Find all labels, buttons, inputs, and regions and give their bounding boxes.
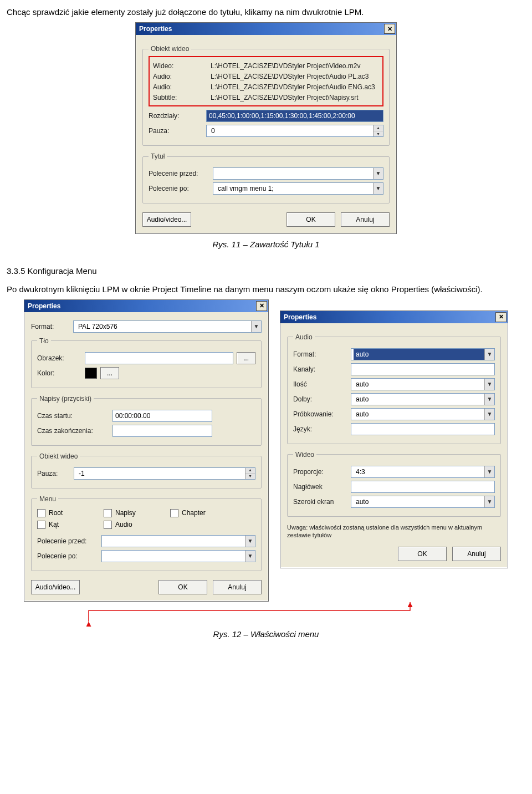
input-polecenie-po[interactable]: ▼ [101, 550, 255, 562]
group-tytul: Tytuł Polecenie przed: ▼ Polecenie po: c… [142, 152, 390, 203]
section-heading-335: 3.3.5 Konfiguracja Menu [7, 266, 525, 277]
input-format[interactable]: PAL 720x576 ▼ [73, 320, 262, 333]
input-audio-ilosc-value: auto [354, 379, 484, 390]
chevron-down-icon[interactable]: ▼ [484, 379, 494, 390]
chevron-down-icon[interactable]: ▼ [484, 394, 494, 405]
label-audio-probkowanie: Próbkowanie: [293, 410, 347, 418]
input-polecenie-po[interactable]: call vmgm menu 1; ▼ [213, 182, 383, 195]
audio-video-button[interactable]: Audio/video... [142, 212, 191, 227]
group-tlo: Tło Obrazek: ... Kolor: ... [31, 337, 262, 388]
cancel-button[interactable]: Anuluj [452, 547, 501, 561]
spinner-icon[interactable]: ▲▼ [245, 468, 255, 479]
color-swatch[interactable] [85, 368, 97, 379]
input-naglowek[interactable] [351, 481, 495, 493]
close-icon[interactable]: ✕ [495, 312, 507, 322]
checkbox-kat[interactable]: Kąt [37, 521, 104, 529]
group-obiekt-wideo: Obiekt wideo Wideo: L:\HOTEL_ZACISZE\DVD… [142, 45, 390, 146]
input-obrazek[interactable] [85, 352, 233, 364]
dialog-properties-menu-left: Properties ✕ Format: PAL 720x576 ▼ Tło O… [24, 299, 269, 602]
titlebar[interactable]: Properties ✕ [24, 300, 268, 312]
chevron-down-icon[interactable]: ▼ [373, 183, 383, 194]
input-audio-dolby-value: auto [354, 394, 484, 405]
label-pauza: Pauza: [37, 470, 70, 477]
input-proporcje[interactable]: 4:3▼ [351, 466, 495, 478]
input-pauza[interactable]: -1 ▲▼ [74, 467, 255, 480]
value-audio1: L:\HOTEL_ZACISZE\DVDStyler Project\Audio… [211, 73, 379, 80]
chevron-down-icon[interactable]: ▼ [484, 496, 494, 507]
window-title: Properties [139, 25, 172, 33]
group-obiekt-wideo: Obiekt wideo Pauza: -1 ▲▼ [31, 452, 262, 488]
group-legend: Napisy (przyciski) [37, 395, 94, 403]
checkbox-napisy[interactable]: Napisy [104, 509, 170, 517]
cancel-button[interactable]: Anuluj [213, 580, 262, 594]
checkbox-root[interactable]: Root [37, 509, 104, 517]
chevron-down-icon[interactable]: ▼ [484, 409, 494, 420]
input-audio-ilosc[interactable]: auto▼ [351, 378, 495, 390]
chevron-down-icon[interactable]: ▼ [484, 466, 494, 477]
label-rozdzialy: Rozdziały: [149, 112, 203, 120]
ok-button[interactable]: OK [398, 547, 447, 561]
chevron-down-icon[interactable]: ▼ [484, 349, 494, 360]
chevron-down-icon[interactable]: ▼ [245, 536, 255, 547]
input-audio-jezyk[interactable] [351, 423, 495, 435]
titlebar[interactable]: Properties ✕ [136, 23, 396, 35]
color-browse-button[interactable]: ... [100, 367, 119, 379]
input-rozdzialy[interactable]: 00,45:00,1:00:00,1:15:00,1:30:00,1:45:00… [206, 110, 383, 122]
connector-arrows [22, 599, 510, 627]
group-legend: Wideo [293, 451, 316, 459]
chevron-down-icon[interactable]: ▼ [251, 321, 261, 332]
value-audio2: L:\HOTEL_ZACISZE\DVDStyler Project\Audio… [211, 83, 379, 91]
figure-caption-12: Rys. 12 – Właściwości menu [7, 629, 525, 639]
input-czas-zakonczenia[interactable] [112, 425, 212, 437]
input-audio-probkowanie[interactable]: auto▼ [351, 408, 495, 420]
group-legend: Tytuł [149, 152, 167, 160]
close-icon[interactable]: ✕ [384, 24, 395, 34]
label-polecenie-przed: Polecenie przed: [37, 537, 98, 545]
input-audio-dolby[interactable]: auto▼ [351, 393, 495, 405]
checkbox-kat-label: Kąt [49, 521, 59, 528]
group-menu: Menu Root Napisy Chapter Kąt Audio Polec… [31, 495, 262, 571]
input-audio-format-value: auto [354, 349, 484, 360]
titlebar[interactable]: Properties ✕ [280, 311, 508, 323]
highlight-box: Wideo: L:\HOTEL_ZACISZE\DVDStyler Projec… [149, 56, 383, 106]
input-polecenie-przed[interactable]: ▼ [101, 535, 255, 547]
checkbox-chapter-label: Chapter [182, 509, 206, 517]
cancel-button[interactable]: Anuluj [341, 212, 390, 227]
checkbox-audio-label: Audio [115, 521, 132, 528]
audio-video-button[interactable]: Audio/video... [31, 580, 80, 594]
checkbox-audio[interactable]: Audio [104, 521, 170, 529]
checkbox-chapter[interactable]: Chapter [170, 509, 237, 517]
chevron-down-icon[interactable]: ▼ [245, 551, 255, 562]
input-pauza[interactable]: 0 ▲▼ [206, 125, 383, 137]
ok-button[interactable]: OK [287, 212, 335, 227]
group-napisy-przyciski: Napisy (przyciski) Czas startu: 00:00:00… [31, 395, 262, 446]
input-audio-kanaly[interactable] [351, 363, 495, 375]
spinner-icon[interactable]: ▲▼ [373, 125, 383, 136]
label-wideo: Wideo: [153, 62, 207, 70]
input-polecenie-przed[interactable]: ▼ [213, 167, 383, 180]
close-icon[interactable]: ✕ [256, 301, 267, 311]
input-polecenie-po-value: call vmgm menu 1; [216, 183, 373, 194]
browse-button[interactable]: ... [237, 352, 255, 364]
group-legend: Tło [37, 337, 51, 345]
input-audio-probkowanie-value: auto [354, 409, 484, 420]
label-polecenie-po: Polecenie po: [149, 185, 209, 192]
label-szeroki-ekran: Szeroki ekran [293, 498, 347, 506]
figure-caption-11: Rys. 11 – Zawartość Tytułu 1 [7, 240, 525, 249]
input-rozdzialy-value: 00,45:00,1:00:00,1:15:00,1:30:00,1:45:00… [209, 112, 355, 120]
label-czas-zakonczenia: Czas zakończenia: [37, 427, 109, 435]
input-czas-startu[interactable]: 00:00:00.00 [112, 410, 212, 422]
label-audio2: Audio: [153, 83, 207, 91]
label-format: Format: [31, 323, 70, 330]
ok-button[interactable]: OK [158, 580, 207, 594]
label-kolor: Kolor: [37, 369, 81, 377]
label-czas-startu: Czas startu: [37, 412, 109, 420]
input-proporcje-value: 4:3 [354, 466, 484, 477]
chevron-down-icon[interactable]: ▼ [373, 168, 383, 179]
intro-paragraph-2: Po dwukrotnym kliknięciu LPM w oknie Pro… [7, 284, 525, 295]
input-szeroki-ekran[interactable]: auto▼ [351, 496, 495, 508]
group-wideo: Wideo Proporcje: 4:3▼ Nagłówek Szeroki e… [287, 451, 501, 517]
group-legend: Obiekt wideo [37, 452, 80, 460]
input-audio-format[interactable]: auto▼ [351, 348, 495, 360]
label-audio-dolby: Dolby: [293, 395, 347, 403]
